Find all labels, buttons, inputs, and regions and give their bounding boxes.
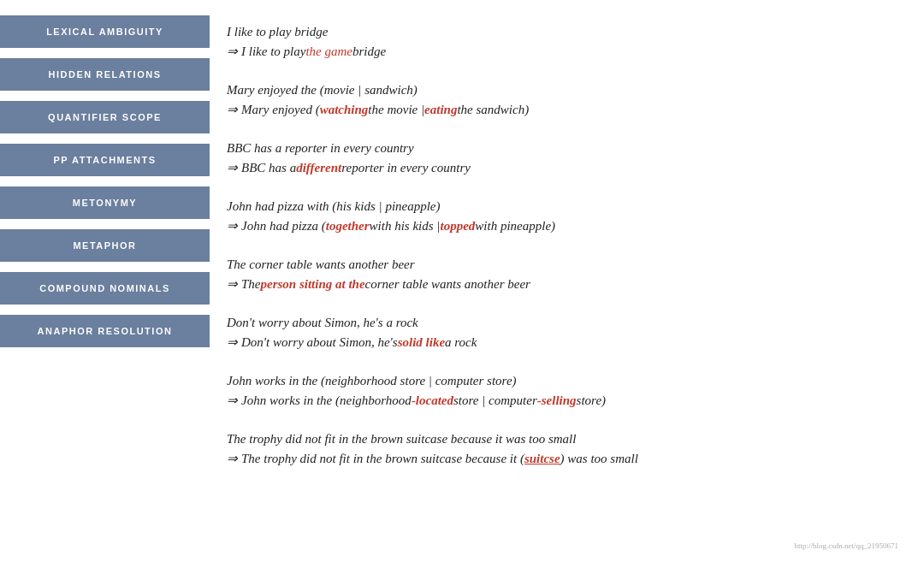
arrow-icon: ⇒ [227,391,238,411]
arrow-icon: ⇒ [227,158,238,178]
line2-prefix: John works in the (neighborhood [241,391,412,411]
line2-suffix: bridge [352,42,386,62]
line1-quantifier-scope: BBC has a reporter in every country [227,139,898,158]
line1-anaphor-resolution: The trophy did not fit in the brown suit… [227,429,898,449]
sidebar-label-metonymy: METONYMY [0,186,210,219]
line2-quantifier-scope: ⇒ BBC has a different reporter in every … [227,158,898,178]
arrow-icon: ⇒ [227,216,238,236]
content-row-metonymy: The corner table wants another beer⇒ The… [227,245,898,303]
arrow-icon: ⇒ [227,333,238,352]
line2-mid1: the movie | [368,100,424,120]
sidebar-label-compound-nominals: COMPOUND NOMINALS [0,272,210,305]
line2-suffix: corner table wants another beer [365,275,530,294]
line2-metaphor: ⇒ Don't worry about Simon, he's solid li… [227,333,898,352]
line2-suffix: with pineapple) [475,216,555,236]
highlight-located: -located [412,391,453,411]
sidebar: LEXICAL AMBIGUITYHIDDEN RELATIONSQUANTIF… [0,0,210,562]
line2-prefix: The trophy did not fit in the brown suit… [241,449,524,469]
arrow-icon: ⇒ [227,449,238,469]
sidebar-label-lexical-ambiguity: LEXICAL AMBIGUITY [0,15,210,48]
highlight-person-sitting: person sitting at the [261,275,365,294]
line2-prefix: BBC has a [241,158,296,178]
line1-lexical-ambiguity: I like to play bridge [227,22,898,42]
sidebar-label-metaphor: METAPHOR [0,229,210,262]
sidebar-item-pp-attachments: PP ATTACHMENTS [0,144,210,185]
main-content: I like to play bridge⇒ I like to play th… [210,0,924,562]
line2-suffix: reporter in every country [341,158,471,178]
sidebar-item-metaphor: METAPHOR [0,229,210,270]
line2-compound-nominals: ⇒ John works in the (neighborhood -locat… [227,391,898,411]
content-row-quantifier-scope: BBC has a reporter in every country⇒ BBC… [227,128,898,186]
line2-mid1: with his kids | [370,216,441,236]
line1-metonymy: The corner table wants another beer [227,255,898,275]
line2-prefix: John had pizza ( [241,216,326,236]
line2-prefix: The [241,275,261,294]
line2-mid1: store | computer [453,391,537,411]
sidebar-label-anaphor-resolution: ANAPHOR RESOLUTION [0,315,210,347]
highlight-eating: eating [424,100,457,120]
line2-pp-attachments: ⇒ John had pizza (together with his kids… [227,216,898,236]
sidebar-item-metonymy: METONYMY [0,186,210,228]
line2-metonymy: ⇒ The person sitting at the corner table… [227,275,898,294]
sidebar-item-hidden-relations: HIDDEN RELATIONS [0,58,210,99]
content-row-compound-nominals: John works in the (neighborhood store | … [227,361,898,419]
content-row-pp-attachments: John had pizza with (his kids | pineappl… [227,186,898,245]
arrow-icon: ⇒ [227,42,238,62]
sidebar-label-hidden-relations: HIDDEN RELATIONS [0,58,210,91]
sidebar-item-quantifier-scope: QUANTIFIER SCOPE [0,101,210,142]
sidebar-label-pp-attachments: PP ATTACHMENTS [0,144,210,176]
content-row-hidden-relations: Mary enjoyed the (movie | sandwich)⇒ Mar… [227,70,898,128]
line2-suffix: a rock [445,333,477,352]
line2-prefix: Mary enjoyed ( [241,100,320,120]
sidebar-label-quantifier-scope: QUANTIFIER SCOPE [0,101,210,133]
line1-metaphor: Don't worry about Simon, he's a rock [227,313,898,333]
line2-text: I like to play [241,42,305,62]
line2-suffix: store) [577,391,606,411]
line1-pp-attachments: John had pizza with (his kids | pineappl… [227,197,898,216]
highlight-suitcase: suitcse [524,449,560,469]
highlight-solid-like: solid like [398,333,445,352]
line2-suffix: the sandwich) [457,100,529,120]
line2-lexical-ambiguity: ⇒ I like to play the game bridge [227,42,898,62]
highlight-the-game: the game [305,42,352,62]
line1-compound-nominals: John works in the (neighborhood store | … [227,371,898,391]
watermark: http://blog.csdn.net/qq_21950671 [227,538,898,550]
content-row-anaphor-resolution: The trophy did not fit in the brown suit… [227,419,898,477]
line2-prefix: Don't worry about Simon, he's [241,333,398,352]
line1-hidden-relations: Mary enjoyed the (movie | sandwich) [227,80,898,100]
highlight-different: different [296,158,341,178]
content-row-lexical-ambiguity: I like to play bridge⇒ I like to play th… [227,12,898,70]
highlight-topped: topped [440,216,475,236]
highlight-together: together [326,216,370,236]
arrow-icon: ⇒ [227,100,238,120]
line2-anaphor-resolution: ⇒ The trophy did not fit in the brown su… [227,449,898,469]
sidebar-item-compound-nominals: COMPOUND NOMINALS [0,272,210,313]
line2-suffix: ) was too small [560,449,638,469]
arrow-icon: ⇒ [227,275,238,294]
highlight-watching: watching [320,100,369,120]
sidebar-item-anaphor-resolution: ANAPHOR RESOLUTION [0,315,210,347]
sidebar-item-lexical-ambiguity: LEXICAL AMBIGUITY [0,15,210,56]
highlight-selling: -selling [537,391,577,411]
content-row-metaphor: Don't worry about Simon, he's a rock⇒ Do… [227,303,898,361]
line2-hidden-relations: ⇒ Mary enjoyed (watching the movie | eat… [227,100,898,120]
